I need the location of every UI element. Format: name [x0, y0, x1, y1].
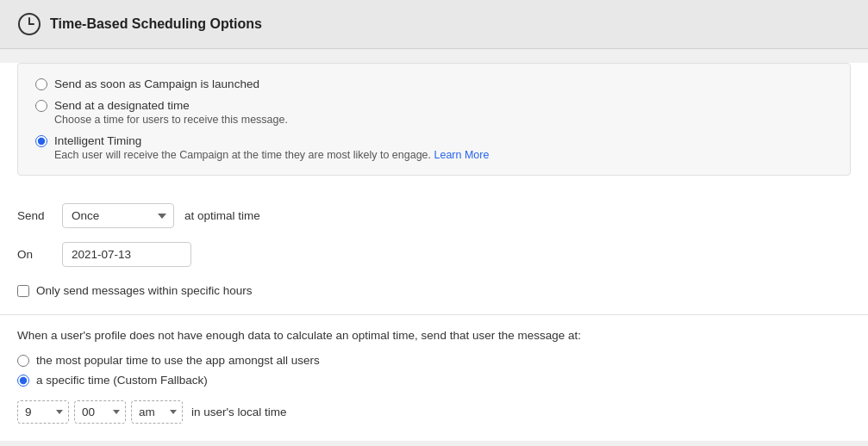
radio-popular-time[interactable] [17, 355, 29, 367]
send-section: Send Once Daily Weekly Monthly at optima… [0, 189, 868, 297]
radio-popular-time-label: the most popular time to use the app amo… [36, 354, 320, 367]
clock-icon [17, 12, 41, 36]
radio-designated-time-sub: Choose a time for users to receive this … [54, 114, 833, 126]
divider [0, 314, 868, 315]
fallback-option-specific: a specific time (Custom Fallback) [17, 374, 851, 387]
specific-hours-row: Only send messages within specific hours [17, 284, 851, 297]
on-label: On [17, 248, 52, 261]
option-intelligent-timing: Intelligent Timing Each user will receiv… [35, 134, 833, 161]
options-box: Send as soon as Campaign is launched Sen… [17, 63, 851, 176]
option-send-immediately: Send as soon as Campaign is launched [35, 77, 833, 90]
radio-designated-time[interactable] [35, 100, 47, 112]
minute-select[interactable]: 00 15 30 45 [74, 400, 126, 424]
radio-intelligent-timing-sub: Each user will receive the Campaign at t… [54, 149, 833, 161]
specific-hours-label: Only send messages within specific hours [36, 284, 253, 297]
send-row: Send Once Daily Weekly Monthly at optima… [17, 203, 851, 228]
option-designated-time: Send at a designated time Choose a time … [35, 99, 833, 126]
page-title: Time-Based Scheduling Options [50, 16, 262, 32]
page-wrapper: Time-Based Scheduling Options Send as so… [0, 0, 868, 446]
specific-hours-checkbox[interactable] [17, 285, 29, 297]
radio-specific-time[interactable] [17, 375, 29, 387]
on-row: On [17, 242, 851, 267]
radio-designated-time-label: Send at a designated time [54, 99, 190, 112]
fallback-description: When a user's profile does not have enou… [17, 329, 851, 342]
header: Time-Based Scheduling Options [0, 0, 868, 49]
fallback-section: When a user's profile does not have enou… [0, 329, 868, 441]
radio-intelligent-timing-label: Intelligent Timing [54, 134, 141, 147]
scheduling-options-group: Send as soon as Campaign is launched Sen… [35, 77, 833, 161]
fallback-option-popular: the most popular time to use the app amo… [17, 354, 851, 367]
local-time-label: in user's local time [191, 406, 287, 418]
radio-intelligent-timing[interactable] [35, 135, 47, 147]
at-optimal-label: at optimal time [184, 209, 260, 222]
hour-select[interactable]: 1 2 3 4 5 6 7 8 9 10 11 12 [17, 400, 69, 424]
send-label: Send [17, 209, 52, 222]
fallback-radio-group: the most popular time to use the app amo… [17, 354, 851, 387]
learn-more-link[interactable]: Learn More [434, 149, 490, 161]
date-input[interactable] [62, 242, 191, 267]
ampm-select[interactable]: am pm [131, 400, 183, 424]
radio-send-immediately[interactable] [35, 78, 47, 90]
send-frequency-select[interactable]: Once Daily Weekly Monthly [62, 203, 174, 228]
radio-send-immediately-label: Send as soon as Campaign is launched [54, 77, 259, 90]
radio-specific-time-label: a specific time (Custom Fallback) [36, 374, 208, 387]
time-row: 1 2 3 4 5 6 7 8 9 10 11 12 00 15 30 [17, 400, 851, 424]
main-content: Send as soon as Campaign is launched Sen… [0, 63, 868, 441]
